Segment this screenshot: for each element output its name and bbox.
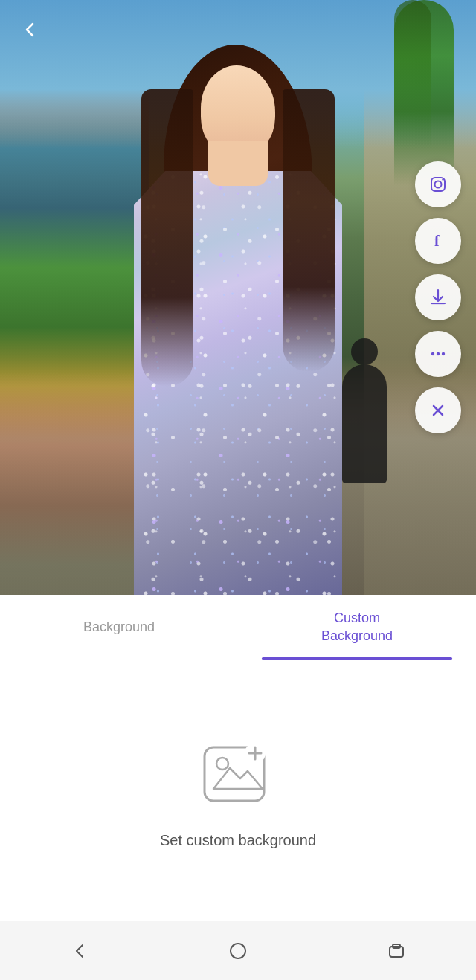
svg-text:f: f [434, 233, 440, 249]
svg-point-7 [442, 352, 445, 355]
hair-right [283, 89, 335, 372]
nav-recents-button[interactable] [374, 936, 419, 966]
download-button[interactable] [415, 274, 461, 320]
nav-back-button[interactable] [57, 936, 102, 966]
back-button[interactable] [15, 15, 45, 45]
tree-right2 [394, 0, 431, 149]
main-subject [126, 45, 350, 595]
main-content: f [0, 0, 476, 921]
svg-point-13 [231, 944, 245, 958]
content-lower: Background CustomBackground [0, 595, 476, 921]
add-image-button[interactable] [197, 732, 279, 814]
facebook-button[interactable]: f [415, 218, 461, 264]
tab-background-label: Background [83, 619, 155, 636]
tab-bar: Background CustomBackground [0, 595, 476, 660]
set-custom-background-label: Set custom background [160, 832, 316, 849]
instagram-button[interactable] [415, 161, 461, 207]
tab-custom-background[interactable]: CustomBackground [238, 595, 476, 660]
tab-background[interactable]: Background [0, 595, 238, 660]
svg-point-2 [442, 178, 443, 180]
bottom-nav [0, 921, 476, 980]
action-buttons: f [415, 161, 461, 433]
nav-home-button[interactable] [216, 936, 260, 966]
hair-left [141, 89, 193, 387]
hero-image: f [0, 0, 476, 595]
more-button[interactable] [415, 331, 461, 377]
svg-point-9 [216, 758, 228, 770]
neck [208, 141, 268, 186]
svg-point-5 [431, 352, 434, 355]
svg-point-1 [435, 181, 442, 188]
tab-custom-background-label: CustomBackground [321, 610, 393, 645]
svg-rect-4 [431, 303, 445, 305]
tab-underline [262, 657, 452, 660]
svg-point-6 [437, 352, 440, 355]
close-button[interactable] [415, 387, 461, 433]
custom-bg-area: Set custom background [0, 660, 476, 921]
